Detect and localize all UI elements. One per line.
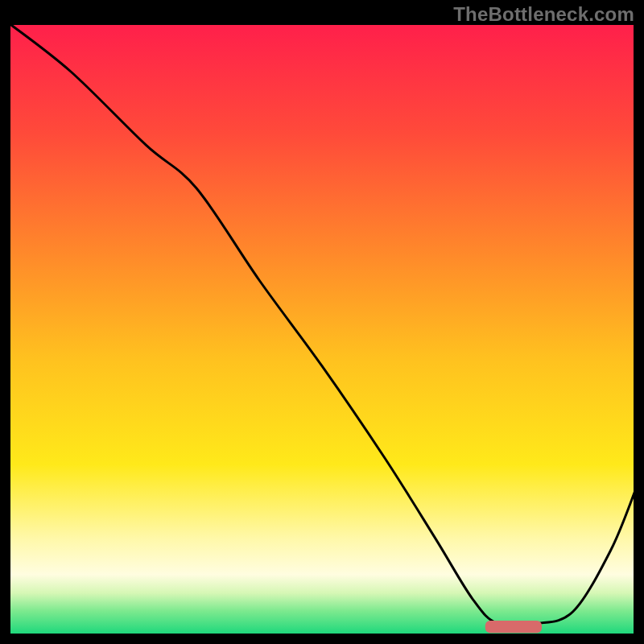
optimal-range-marker [485,621,542,633]
chart-frame [8,23,636,636]
chart-background [8,23,636,636]
bottleneck-chart [8,23,636,636]
